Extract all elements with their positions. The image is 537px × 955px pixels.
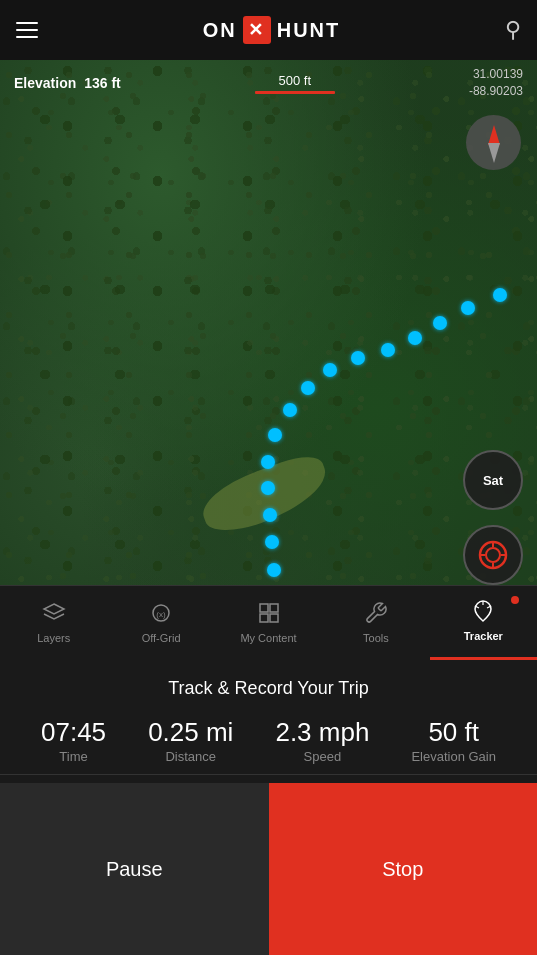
tracker-icon [471,599,495,626]
compass-button[interactable] [466,115,521,170]
track-dot [261,481,275,495]
stat-label: Elevation Gain [411,749,496,764]
target-button[interactable] [463,525,523,585]
stat-label: Speed [304,749,342,764]
track-dot [461,301,475,315]
tools-label: Tools [363,632,389,644]
coord-lon: -88.90203 [469,83,523,100]
app-header: ON ✕ HUNT ⚲ [0,0,537,60]
map-container[interactable]: Elevation 136 ft 500 ft 31.00139 -88.902… [0,60,537,640]
tracker-label: Tracker [464,630,503,642]
stat-item: 0.25 mi Distance [148,719,233,764]
tracker-stats: 07:45 Time 0.25 mi Distance 2.3 mph Spee… [0,709,537,775]
svg-point-1 [486,548,500,562]
svg-rect-11 [260,614,268,622]
map-info-bar: Elevation 136 ft 500 ft 31.00139 -88.902… [0,60,537,106]
scale-label: 500 ft [279,73,312,88]
track-dot [301,381,315,395]
mycontent-icon [257,601,281,628]
tools-icon [364,601,388,628]
elevation-display: Elevation 136 ft [14,75,121,91]
offgrid-label: Off-Grid [142,632,181,644]
track-dot [433,316,447,330]
track-dot [265,535,279,549]
track-dot [323,363,337,377]
logo-on: ON [203,19,237,42]
nav-item-tools[interactable]: Tools [322,586,429,660]
track-dots-layer [0,60,537,640]
elevation-value: 136 ft [84,75,121,91]
layers-icon [42,601,66,628]
tracker-panel: Track & Record Your Trip 07:45 Time 0.25… [0,660,537,955]
pause-button[interactable]: Pause [0,783,269,955]
track-dot [263,508,277,522]
sat-label: Sat [483,473,503,488]
nav-item-layers[interactable]: Layers [0,586,107,660]
tracker-action-buttons: Pause Stop [0,783,537,955]
coord-lat: 31.00139 [469,66,523,83]
nav-item-tracker[interactable]: Tracker [430,586,537,660]
stat-value: 50 ft [428,719,479,745]
track-dot [408,331,422,345]
scale-bar: 500 ft [255,73,335,94]
svg-rect-9 [260,604,268,612]
menu-button[interactable] [16,22,38,38]
track-dot [283,403,297,417]
track-dot [351,351,365,365]
logo-x: ✕ [243,16,271,44]
stat-item: 2.3 mph Speed [275,719,369,764]
stat-item: 07:45 Time [41,719,106,764]
logo-hunt: HUNT [277,19,341,42]
svg-text:(x): (x) [156,610,166,619]
offgrid-icon: (x) [149,601,173,628]
stat-value: 0.25 mi [148,719,233,745]
track-dot [381,343,395,357]
svg-marker-6 [44,604,64,614]
svg-rect-12 [270,614,278,622]
tracker-title: Track & Record Your Trip [0,660,537,709]
stat-label: Distance [165,749,216,764]
coordinates-display: 31.00139 -88.90203 [469,66,523,100]
nav-item-mycontent[interactable]: My Content [215,586,322,660]
track-dot [268,428,282,442]
svg-rect-10 [270,604,278,612]
stat-value: 07:45 [41,719,106,745]
app-logo: ON ✕ HUNT [203,16,341,44]
track-dot [267,563,281,577]
stat-label: Time [59,749,87,764]
layers-label: Layers [37,632,70,644]
mycontent-label: My Content [240,632,296,644]
stat-value: 2.3 mph [275,719,369,745]
search-button[interactable]: ⚲ [505,17,521,43]
stat-item: 50 ft Elevation Gain [411,719,496,764]
bottom-navigation: Layers (x) Off-Grid My Content [0,585,537,660]
stop-button[interactable]: Stop [269,783,538,955]
nav-item-offgrid[interactable]: (x) Off-Grid [107,586,214,660]
elevation-label: Elevation [14,75,76,91]
scale-bar-visual [255,91,335,94]
track-dot [493,288,507,302]
track-dot [261,455,275,469]
satellite-toggle-button[interactable]: Sat [463,450,523,510]
target-icon [477,539,509,571]
